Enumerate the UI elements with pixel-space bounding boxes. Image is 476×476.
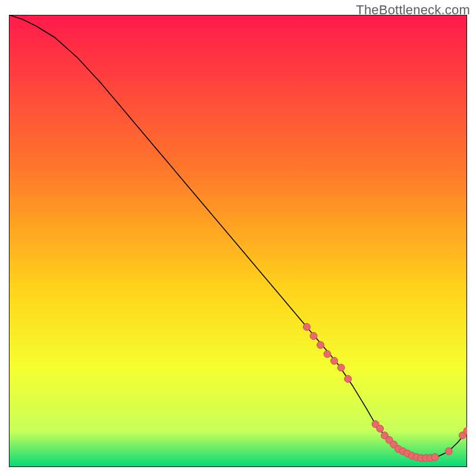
data-marker xyxy=(337,364,345,371)
data-marker xyxy=(445,447,452,455)
data-marker xyxy=(345,375,352,383)
data-marker xyxy=(310,333,317,340)
gradient-background xyxy=(9,15,467,467)
data-marker xyxy=(377,425,384,432)
plot-area xyxy=(9,15,467,467)
chart-stage: TheBottleneck.com xyxy=(0,0,476,476)
data-marker xyxy=(317,342,324,349)
data-marker xyxy=(431,453,439,461)
data-marker xyxy=(331,357,338,364)
chart-svg xyxy=(9,15,467,467)
data-marker xyxy=(324,350,331,358)
data-marker xyxy=(303,323,311,330)
